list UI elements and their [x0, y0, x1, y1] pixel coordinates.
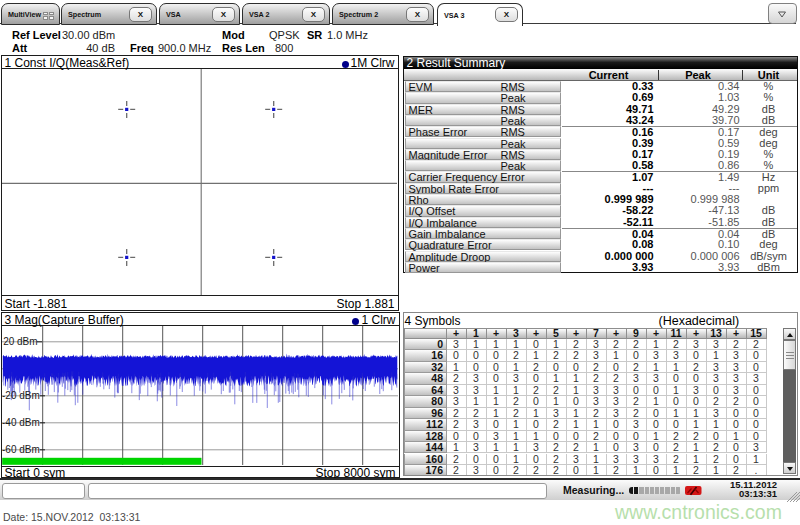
svg-text:20 dBm: 20 dBm	[3, 336, 37, 347]
svg-text:-40 dBm: -40 dBm	[2, 417, 40, 428]
svg-text:-20 dBm: -20 dBm	[2, 390, 40, 401]
svg-text:-60 dBm: -60 dBm	[2, 444, 40, 455]
